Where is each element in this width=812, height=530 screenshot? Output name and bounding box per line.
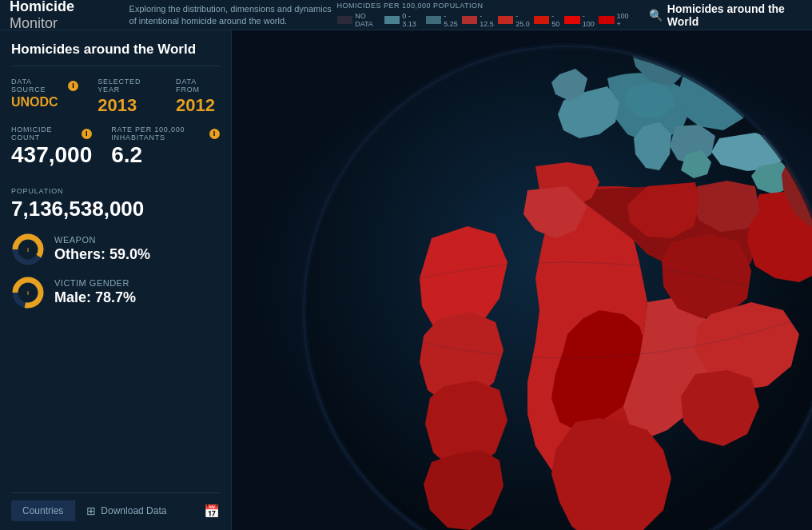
homicide-count-section: HOMICIDE COUNT i 437,000 [11,126,92,168]
legend-100: - 100 [564,12,597,28]
data-source-label: DATA SOURCE i [11,78,78,94]
victim-gender-donut: i [11,276,45,309]
legend-100plus: 100 + [599,12,633,28]
map-area[interactable] [232,30,812,530]
bottom-bar: Countries ⊞ Download Data 📅 [11,492,220,522]
svg-text:i: i [27,290,29,296]
population-value: 7,136,538,000 [11,197,220,221]
search-icon: 🔍 [649,9,663,22]
legend-swatch-100 [564,16,580,24]
app-header: Homicide Monitor Exploring the distribut… [0,0,812,30]
legend-12: - 12.5 [462,12,496,28]
calendar-icon[interactable]: 📅 [204,504,220,519]
selected-year-section: SELECTED YEAR 2013 [98,78,161,116]
population-section: POPULATION 7,136,538,000 [11,187,220,221]
data-from-section: DATA FROM 2012 [176,78,220,116]
data-source-section: DATA SOURCE i UNODC [11,78,78,116]
sidebar: Homicides around the World DATA SOURCE i… [0,30,232,530]
legend-swatch-0-3 [384,16,400,24]
legend-swatch-100plus [599,16,615,24]
table-icon: ⊞ [86,504,96,517]
logo-area: Homicide Monitor [10,0,115,32]
legend-area: HOMICIDES PER 100,000 POPULATION NO DATA… [337,2,633,28]
header-subtitle: Exploring the distribution, dimensions a… [129,3,337,26]
legend-0-3: 0 - 3.13 [384,12,424,28]
logo-text: Homicide Monitor [10,0,115,32]
legend-swatch-12 [462,16,478,24]
rate-info-icon[interactable]: i [209,129,220,139]
legend-50: - 50 [534,12,563,28]
data-from-label: DATA FROM [176,78,220,94]
victim-gender-section: i VICTIM GENDER Male: 78.7% [11,276,220,309]
selected-year-label: SELECTED YEAR [98,78,161,94]
data-source-info-icon[interactable]: i [68,81,78,91]
data-from-value: 2012 [176,95,220,116]
main-content: Homicides around the World DATA SOURCE i… [0,30,812,530]
svg-text:i: i [27,247,29,253]
countries-button[interactable]: Countries [11,500,74,521]
data-source-value: UNODC [11,95,78,110]
year-row: SELECTED YEAR 2013 DATA FROM 2012 [98,78,220,116]
legend-swatch-no-data [337,16,353,24]
globe-visualization [232,30,812,530]
victim-gender-text: VICTIM GENDER Male: 78.7% [54,278,136,306]
selected-year-value: 2013 [98,95,161,116]
legend-5: - 5.25 [426,12,460,28]
population-label: POPULATION [11,187,220,195]
search-title: Homicides around the World [667,2,802,28]
download-data-button[interactable]: ⊞ Download Data [74,500,177,522]
count-rate-row: HOMICIDE COUNT i 437,000 RATE PER 100,00… [11,126,220,177]
weapon-section: i WEAPON Others: 59.0% [11,233,220,266]
weapon-donut: i [11,233,45,266]
homicide-count-info-icon[interactable]: i [82,129,92,139]
rate-value: 6.2 [111,143,220,168]
legend-swatch-50 [534,16,550,24]
legend-swatch-25 [498,16,514,24]
search-area[interactable]: 🔍 Homicides around the World [649,2,802,28]
victim-gender-value: Male: 78.7% [54,289,136,306]
rate-section: RATE PER 100,000 INHABITANTS i 6.2 [111,126,220,168]
source-year-row: DATA SOURCE i UNODC SELECTED YEAR 2013 D… [11,78,220,116]
sidebar-title: Homicides around the World [11,42,220,66]
legend-colors: NO DATA 0 - 3.13 - 5.25 - 12.5 - 25.0 - … [337,12,633,28]
legend-25: - 25.0 [498,12,532,28]
homicide-count-label: HOMICIDE COUNT i [11,126,92,141]
legend-label: HOMICIDES PER 100,000 POPULATION [337,2,633,10]
weapon-text: WEAPON Others: 59.0% [54,235,150,263]
rate-label: RATE PER 100,000 INHABITANTS i [111,126,220,141]
legend-no-data: NO DATA [337,12,383,28]
homicide-count-value: 437,000 [11,143,92,168]
legend-swatch-5 [426,16,442,24]
weapon-value: Others: 59.0% [54,246,150,263]
